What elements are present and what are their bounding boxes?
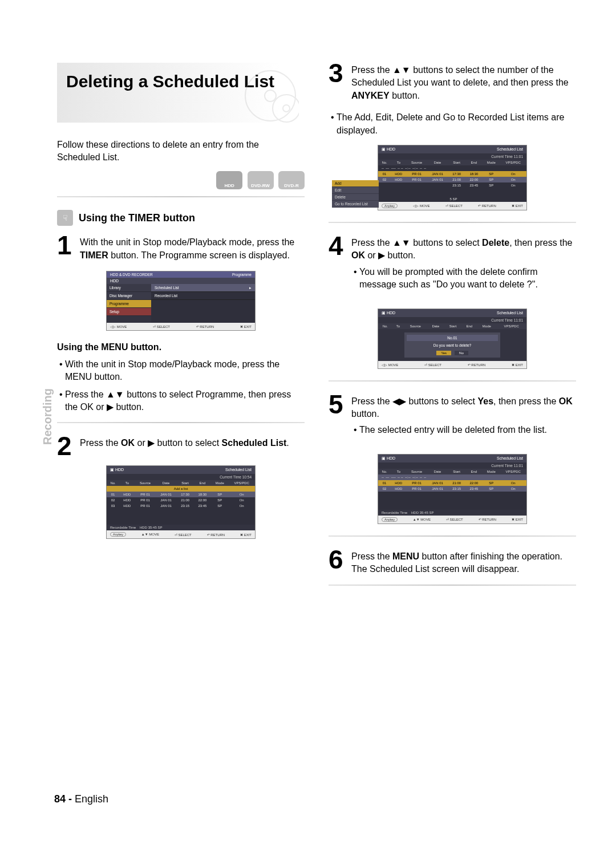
step-2: 2 Press the OK or ▶ button to select Sch… (57, 436, 305, 457)
table-row: 01HDDPR 01JAN 0121:0022:00SPOn (378, 480, 526, 486)
step-number: 1 (57, 235, 74, 256)
step-4-body: Press the ▲▼ buttons to select Delete, t… (351, 236, 576, 299)
subheading: ☟ Using the TIMER button (57, 210, 305, 226)
osd-current-time: Current Time 10:54 (107, 474, 255, 480)
step-number: 5 (329, 394, 346, 415)
step-3-bullet: The Add, Edit, Delete and Go to Recorded… (329, 111, 576, 137)
remote-icon: ☟ (57, 210, 73, 226)
menu-setup: Setup (107, 308, 151, 316)
dialog-no-button: No (455, 351, 468, 355)
divider (329, 535, 576, 537)
anykey-pill: Anykey (110, 532, 126, 537)
disc-decorative-icon (230, 68, 299, 123)
menu-bullets: With the unit in Stop mode/Playback mode… (57, 358, 305, 414)
ctx-delete: Delete (332, 194, 379, 201)
divider (329, 585, 576, 586)
step-4: 4 Press the ▲▼ buttons to select Delete,… (329, 236, 576, 299)
divider (329, 222, 576, 223)
subheading-text: Using the TIMER button (79, 212, 195, 224)
table-row: 03HDDPR 01JAN 0123:1523:45SPOn (107, 503, 255, 509)
page-footer: 84 - English (54, 793, 108, 805)
svg-point-0 (245, 71, 295, 121)
step-6-body: Press the MENU button after finishing th… (351, 549, 576, 576)
intro-text: Follow these directions to delete an ent… (57, 139, 305, 163)
osd-context-menu: ▣ HDDScheduled List Current Time 11:01 N… (378, 145, 527, 210)
dialog-header: No.01 (407, 335, 498, 341)
menu-subheading: Using the MENU button. (57, 342, 305, 352)
step-3-body: Press the ▲▼ buttons to select the numbe… (351, 63, 576, 102)
osd-footer: ◁▷ MOVE ⏎ SELECT ↶ RETURN ✖ EXIT (107, 323, 255, 330)
step-1: 1 With the unit in Stop mode/Playback mo… (57, 235, 305, 262)
osd-hdd-label: HDD (110, 279, 119, 283)
osd-scheduled-list-3rows: ▣ HDDScheduled List Current Time 10:54 N… (106, 465, 256, 539)
step-2-body: Press the OK or ▶ button to select Sched… (80, 436, 289, 449)
hdd-badge: HDD (216, 171, 242, 189)
osd-delete-confirm: ▣ HDDScheduled List Current Time 11:01 N… (378, 309, 527, 369)
table-row: 02HDDPR 01JAN 0123:1523:45SPOn (378, 486, 526, 492)
table-row: 23:1523:45SPOn (378, 182, 526, 188)
menu-programme: Programme (107, 300, 151, 308)
ctx-edit: Edit (332, 187, 379, 194)
context-popup: Add Edit Delete Go to Recorded List (332, 180, 379, 208)
section-title-block: Deleting a Scheduled List (57, 63, 305, 123)
svg-point-3 (283, 105, 290, 112)
divider (57, 422, 305, 423)
section-side-label: Recording (41, 388, 54, 445)
menu-library: Library (107, 284, 151, 292)
step-6: 6 Press the MENU button after finishing … (329, 549, 576, 576)
osd-add-a-list: Add a list (107, 486, 255, 492)
dialog-yes-button: Yes (436, 351, 451, 355)
step-number: 2 (57, 436, 74, 457)
step-3: 3 Press the ▲▼ buttons to select the num… (329, 63, 576, 102)
step-5-body: Press the ◀▶ buttons to select Yes, then… (351, 394, 576, 445)
step-number: 3 (329, 63, 346, 84)
menu-disc-manager: Disc Manager (107, 292, 151, 300)
dialog-message: Do you want to delete? (407, 343, 498, 347)
svg-point-1 (265, 90, 276, 102)
ctx-goto: Go to Recorded List (332, 201, 379, 208)
menu-scheduled-list: Scheduled List ▸ (151, 284, 255, 292)
media-badges: HDD DVD-RW DVD-R (57, 171, 305, 189)
step-number: 6 (329, 549, 346, 570)
step-5: 5 Press the ◀▶ buttons to select Yes, th… (329, 394, 576, 445)
menu-recorded-list: Recorded List (151, 292, 255, 300)
step-1-body: With the unit in Stop mode/Playback mode… (80, 235, 305, 262)
confirm-dialog: No.01 Do you want to delete? Yes No (404, 332, 500, 358)
table-row: 02HDDPR 01JAN 0121:0022:00SPOn (107, 497, 255, 503)
dvdr-badge: DVD-R (278, 171, 305, 189)
divider (329, 380, 576, 382)
table-row: 01HDDPR 01JAN 0117:3018:30SPOn (107, 492, 255, 497)
table-row: 02HDDPR 01JAN 0121:0022:00SPOn (378, 177, 526, 182)
osd-scheduled-list-2rows: ▣ HDDScheduled List Current Time 11:01 N… (378, 454, 527, 524)
dvdrw-badge: DVD-RW (248, 171, 274, 189)
ctx-add: Add (332, 180, 379, 187)
table-row: 01HDDPR 01JAN 0117:3018:30SPOn (378, 171, 526, 177)
divider (57, 196, 305, 197)
osd-programme-menu: HDD & DVD RECORDER Programme HDD Library… (106, 271, 256, 331)
step-number: 4 (329, 236, 346, 257)
